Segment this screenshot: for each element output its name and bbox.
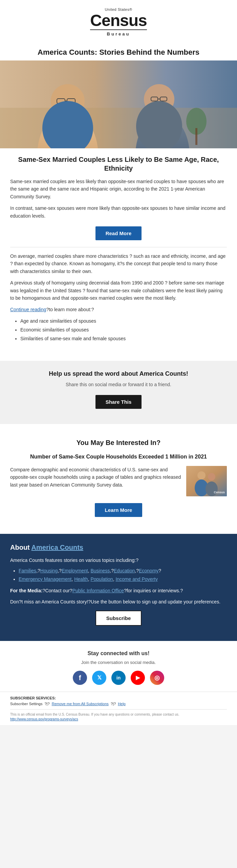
interested-title: You May Be Interested In? — [10, 438, 227, 448]
interested-item-title: Number of Same-Sex Couple Households Exc… — [10, 453, 227, 461]
employment-link[interactable]: Employment — [62, 568, 88, 573]
population-link[interactable]: Population — [90, 576, 113, 582]
page-title-section: America Counts: Stories Behind the Numbe… — [0, 41, 237, 61]
health-link[interactable]: Health — [74, 576, 88, 582]
svg-point-17 — [197, 471, 206, 479]
svg-rect-15 — [195, 128, 197, 145]
media-text: ?Contact our? — [43, 588, 72, 593]
article-body: Same-sex married couples are less likely… — [10, 178, 227, 220]
about-title: About America Counts — [10, 542, 227, 552]
twitter-icon[interactable]: 𝕏 — [92, 671, 106, 685]
help-link[interactable]: Help — [118, 702, 126, 706]
logo-bureau: Bureau — [90, 29, 147, 38]
bullet-item-1: Age and race similarities of spouses — [20, 318, 227, 325]
public-info-link[interactable]: Public Information Office — [72, 588, 124, 593]
svg-point-19 — [208, 473, 215, 480]
about-cta-text: Don?t miss an America Counts story!?Use … — [10, 598, 227, 605]
census-watermark: Census — [214, 490, 225, 495]
subscriber-services: SUBSCRIBER SERVICES: Subscriber Settings… — [10, 695, 227, 706]
bullet-item-3: Similarities of same-sex male and female… — [20, 335, 227, 342]
interested-content: Compare demographic and economic charact… — [10, 466, 227, 496]
about-intro: America Counts features stories on vario… — [10, 556, 227, 564]
article-title: Same-Sex Married Couples Less Likely to … — [10, 155, 227, 173]
for-media-label: For the Media: — [10, 588, 43, 593]
social-icons: f 𝕏 in ▶ ◎ — [10, 671, 227, 685]
article-para4: A previous study of homogamy using decen… — [10, 279, 227, 302]
about-media: For the Media:?Contact our?Public Inform… — [10, 587, 227, 594]
economy-link[interactable]: Economy — [139, 568, 158, 573]
main-content: Same-Sex Married Couples Less Likely to … — [0, 148, 237, 354]
about-topic-2: Emergency Management, Health, Population… — [19, 576, 227, 583]
subscriber-label: SUBSCRIBER SERVICES: — [10, 696, 56, 700]
logo-container: United States® Census Bureau — [90, 7, 147, 37]
learn-more-container: Learn More — [10, 503, 227, 517]
linkedin-icon[interactable]: in — [111, 671, 126, 685]
income-link[interactable]: Income and Poverty — [115, 576, 158, 582]
hero-image — [0, 60, 237, 148]
footer-disclaimer: This is an official email from the U.S. … — [10, 709, 227, 722]
about-topics-list: Families,?Housing,?Employment, Business,… — [10, 567, 227, 583]
youtube-icon[interactable]: ▶ — [131, 671, 145, 685]
continue-reading-suffix: ?to learn more about:? — [46, 307, 94, 312]
article-para1: Same-sex married couples are less likely… — [10, 178, 227, 200]
media-suffix: ?for inquiries or interviews.? — [124, 588, 183, 593]
bullet-item-2: Economic similarities of spouses — [20, 326, 227, 333]
facebook-icon[interactable]: f — [73, 671, 87, 685]
continue-reading-line: Continue reading?to learn more about:? — [10, 306, 227, 313]
read-more-button[interactable]: Read More — [95, 226, 142, 240]
share-button[interactable]: Share This — [95, 395, 142, 409]
families-link[interactable]: Families — [19, 568, 36, 573]
website-url[interactable]: http://www.census.gov/programs-surveys/a… — [10, 717, 78, 721]
article-para2: In contrast, same-sex spouses were more … — [10, 204, 227, 220]
article-para3: On average, married couples share more c… — [10, 252, 227, 275]
housing-link[interactable]: Housing — [40, 568, 58, 573]
read-more-container: Read More — [10, 226, 227, 240]
hero-image-inner — [0, 60, 237, 148]
email-wrapper: United States® Census Bureau America Cou… — [0, 0, 237, 725]
about-topic-1: Families,?Housing,?Employment, Business,… — [19, 567, 227, 574]
remove-subscriptions-link[interactable]: Remove me from All Subscriptions — [52, 702, 109, 706]
continue-reading-link[interactable]: Continue reading — [10, 307, 46, 312]
about-title-plain: About — [10, 544, 31, 551]
share-section: Help us spread the word about America Co… — [0, 361, 237, 424]
footer: SUBSCRIBER SERVICES: Subscriber Settings… — [0, 692, 237, 725]
logo-census: Census — [90, 13, 147, 29]
business-link[interactable]: Business — [90, 568, 110, 573]
about-title-link[interactable]: America Counts — [31, 544, 83, 551]
share-title: Help us spread the word about America Co… — [10, 369, 227, 378]
education-link[interactable]: Education — [114, 568, 135, 573]
interested-section: You May Be Interested In? Number of Same… — [0, 431, 237, 530]
interested-text: Compare demographic and economic charact… — [10, 466, 181, 496]
share-button-container: Share This — [10, 395, 227, 409]
subscriber-settings-text: Subscriber Settings — [10, 702, 42, 706]
subscribe-button[interactable]: Subscribe — [95, 611, 142, 626]
social-subtitle: Join the conversation on social media. — [10, 659, 227, 666]
interested-image: Census — [186, 466, 227, 496]
divider1 — [10, 247, 227, 247]
disclaimer-text: This is an official email from the U.S. … — [10, 713, 179, 716]
header: United States® Census Bureau — [0, 0, 237, 41]
bullet-list: Age and race similarities of spouses Eco… — [10, 318, 227, 342]
subscribe-container: Subscribe — [10, 611, 227, 626]
social-section: Stay connected with us! Join the convers… — [0, 641, 237, 692]
article-body-2: On average, married couples share more c… — [10, 252, 227, 342]
about-section: About America Counts America Counts feat… — [0, 534, 237, 641]
learn-more-button[interactable]: Learn More — [95, 503, 143, 517]
emergency-link[interactable]: Emergency Management — [19, 576, 71, 582]
page-title: America Counts: Stories Behind the Numbe… — [14, 48, 223, 57]
share-subtitle: Share this on social media or forward it… — [10, 381, 227, 388]
social-title: Stay connected with us! — [10, 649, 227, 658]
hero-svg — [0, 60, 237, 148]
instagram-icon[interactable]: ◎ — [150, 671, 164, 685]
